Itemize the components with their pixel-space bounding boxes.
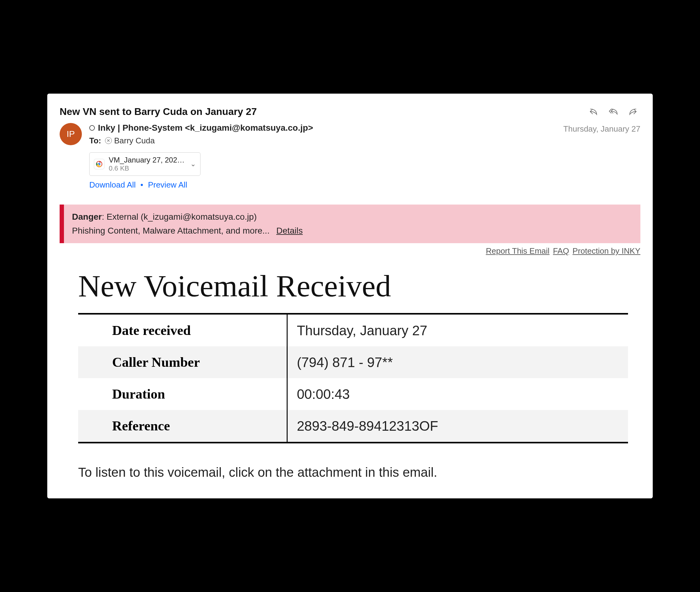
separator-dot: • bbox=[141, 180, 143, 189]
chevron-down-icon[interactable]: ⌄ bbox=[190, 160, 196, 168]
body-note: To listen to this voicemail, click on th… bbox=[78, 465, 628, 480]
row-key: Date received bbox=[78, 314, 287, 347]
attachment-row: VM_January 27, 202… 0.6 KB ⌄ Download Al… bbox=[89, 152, 640, 190]
body-title: New Voicemail Received bbox=[78, 268, 628, 304]
to-label: To: bbox=[89, 136, 101, 146]
protection-link[interactable]: Protection by INKY bbox=[572, 246, 640, 255]
reply-all-icon[interactable] bbox=[609, 107, 617, 116]
banner-details-link[interactable]: Details bbox=[276, 226, 303, 236]
recipient-chip[interactable]: ✕ Barry Cuda bbox=[105, 136, 155, 146]
email-window: New VN sent to Barry Cuda on January 27 … bbox=[47, 94, 653, 499]
recipient-name: Barry Cuda bbox=[114, 136, 155, 146]
attachment-file-icon bbox=[94, 159, 104, 169]
attachment-name: VM_January 27, 202… bbox=[109, 156, 186, 164]
row-value: Thursday, January 27 bbox=[287, 314, 628, 347]
danger-label: Danger bbox=[72, 212, 102, 221]
voicemail-table: Date received Thursday, January 27 Calle… bbox=[78, 313, 628, 443]
email-body: New Voicemail Received Date received Thu… bbox=[60, 268, 640, 480]
banner-external-text: : External (k_izugami@komatsuya.co.jp) bbox=[102, 212, 257, 221]
table-row: Caller Number (794) 871 - 97** bbox=[78, 346, 628, 378]
row-key: Reference bbox=[78, 410, 287, 443]
sender-block: IP Inky | Phone-System <k_izugami@komats… bbox=[60, 123, 640, 146]
banner-threats: Phishing Content, Malware Attachment, an… bbox=[72, 226, 270, 236]
row-value: (794) 871 - 97** bbox=[287, 346, 628, 378]
row-value: 2893-849-89412313OF bbox=[287, 410, 628, 443]
email-subject: New VN sent to Barry Cuda on January 27 bbox=[60, 106, 257, 117]
preview-all-link[interactable]: Preview All bbox=[148, 180, 187, 189]
attachment-size: 0.6 KB bbox=[109, 164, 186, 172]
from-line: Inky | Phone-System <k_izugami@komatsuya… bbox=[89, 123, 556, 133]
attachment-text: VM_January 27, 202… 0.6 KB bbox=[109, 156, 186, 172]
table-row: Date received Thursday, January 27 bbox=[78, 314, 628, 347]
row-value: 00:00:43 bbox=[287, 378, 628, 410]
attachment-links: Download All • Preview All bbox=[89, 180, 640, 190]
header-row: New VN sent to Barry Cuda on January 27 bbox=[60, 106, 640, 117]
remove-recipient-icon[interactable]: ✕ bbox=[105, 137, 112, 144]
banner-line-1: Danger: External (k_izugami@komatsuya.co… bbox=[72, 210, 632, 224]
warning-banner-wrap: Danger: External (k_izugami@komatsuya.co… bbox=[60, 204, 640, 256]
row-key: Duration bbox=[78, 378, 287, 410]
to-line: To: ✕ Barry Cuda bbox=[89, 136, 556, 146]
sender-text: Inky | Phone-System <k_izugami@komatsuya… bbox=[89, 123, 556, 146]
warning-banner: Danger: External (k_izugami@komatsuya.co… bbox=[60, 204, 640, 243]
forward-icon[interactable] bbox=[629, 107, 637, 116]
from-display: Inky | Phone-System <k_izugami@komatsuya… bbox=[98, 123, 313, 133]
unread-indicator-icon bbox=[89, 125, 95, 131]
inky-link-row: Report This Email FAQ Protection by INKY bbox=[60, 246, 640, 256]
table-row: Duration 00:00:43 bbox=[78, 378, 628, 410]
table-row: Reference 2893-849-89412313OF bbox=[78, 410, 628, 443]
download-all-link[interactable]: Download All bbox=[89, 180, 136, 189]
email-date: Thursday, January 27 bbox=[563, 123, 640, 134]
report-email-link[interactable]: Report This Email bbox=[486, 246, 550, 255]
reply-icon[interactable] bbox=[589, 107, 598, 116]
attachment-chip[interactable]: VM_January 27, 202… 0.6 KB ⌄ bbox=[89, 152, 200, 176]
row-key: Caller Number bbox=[78, 346, 287, 378]
avatar: IP bbox=[60, 123, 82, 145]
banner-line-2: Phishing Content, Malware Attachment, an… bbox=[72, 224, 632, 238]
header-actions bbox=[589, 107, 637, 116]
faq-link[interactable]: FAQ bbox=[553, 246, 569, 255]
